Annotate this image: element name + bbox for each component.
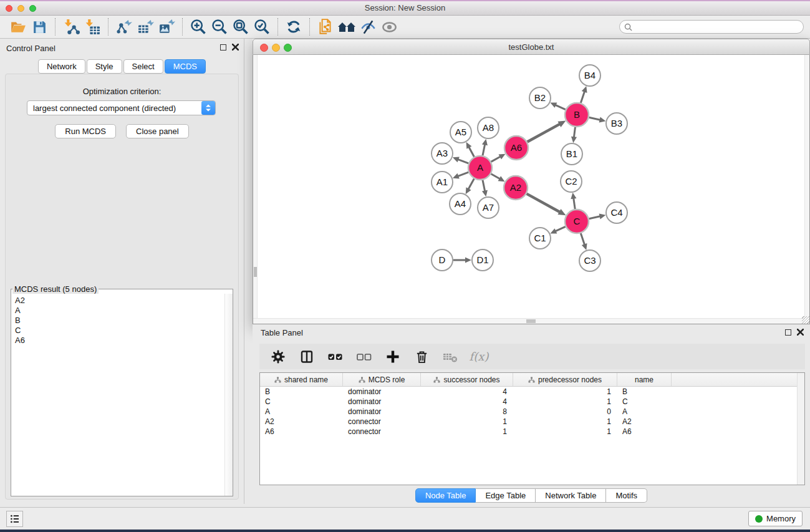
graph-edge-A2-C[interactable] — [527, 194, 561, 213]
network-bottom-scrollbar[interactable] — [253, 318, 804, 324]
result-item[interactable]: C — [15, 326, 220, 336]
network-minimize-button[interactable] — [272, 44, 280, 52]
tab-select[interactable]: Select — [123, 59, 163, 74]
graph-edge-A-A4[interactable] — [468, 179, 475, 190]
tab-network-table[interactable]: Network Table — [536, 488, 606, 503]
tab-node-table[interactable]: Node Table — [415, 488, 476, 503]
close-window-button[interactable] — [6, 5, 12, 12]
zoom-selected-icon[interactable] — [251, 17, 272, 36]
float-table-panel-icon[interactable] — [785, 329, 791, 336]
graph-edge-B-B2[interactable] — [555, 105, 566, 110]
split-columns-icon[interactable] — [296, 347, 318, 366]
delete-table-icon[interactable] — [439, 347, 461, 366]
cell-successor[interactable]: 1 — [421, 417, 513, 426]
cell-mcds_role[interactable]: dominator — [343, 397, 421, 406]
graph-edge-C-C4[interactable] — [589, 216, 601, 219]
cell-name[interactable]: A6 — [617, 427, 672, 436]
network-window-titlebar[interactable]: testGlobe.txt — [253, 39, 810, 55]
graph-edge-B-B4[interactable] — [581, 91, 584, 103]
table-row[interactable]: Adominator80A — [260, 407, 804, 417]
task-history-button[interactable] — [6, 511, 23, 527]
zoom-fit-icon[interactable] — [230, 17, 251, 36]
graph-edge-A-A5[interactable] — [468, 147, 474, 157]
cell-shared_name[interactable]: A — [260, 407, 343, 416]
table-row[interactable]: Cdominator41C — [260, 397, 804, 407]
cell-mcds_role[interactable]: connector — [343, 417, 421, 426]
eye-icon[interactable] — [378, 17, 400, 36]
cell-name[interactable]: C — [617, 397, 672, 406]
graph-edge-A-A3[interactable] — [457, 159, 468, 163]
search-input[interactable] — [635, 22, 799, 31]
graph-edge-A-A1[interactable] — [457, 172, 468, 177]
delete-columns-icon[interactable] — [410, 347, 433, 366]
cell-name[interactable]: A — [617, 407, 672, 416]
graph-edge-A-A6[interactable] — [491, 157, 501, 162]
import-network-icon[interactable] — [60, 17, 82, 36]
cell-successor[interactable]: 8 — [421, 407, 513, 416]
cell-predecessor[interactable]: 1 — [513, 397, 617, 406]
network-view[interactable]: B4B2BB3A8A5A6A3B1AA1C2A2A4A7C4CC1C3DD1 — [253, 55, 810, 324]
tab-style[interactable]: Style — [87, 59, 122, 74]
cell-successor[interactable]: 4 — [421, 387, 513, 396]
graph-edge-A-A2[interactable] — [491, 174, 500, 180]
add-column-icon[interactable] — [382, 347, 404, 366]
cell-successor[interactable]: 4 — [421, 397, 513, 406]
table-row[interactable]: A6connector11A6 — [260, 427, 804, 437]
table-row[interactable]: Bdominator41B — [260, 387, 804, 397]
graph-edge-A-A8[interactable] — [483, 143, 485, 155]
zoom-out-icon[interactable] — [209, 17, 230, 36]
cell-shared_name[interactable]: C — [260, 397, 343, 406]
mcds-result-list[interactable]: A2ABCA6 — [11, 294, 224, 496]
tab-motifs[interactable]: Motifs — [606, 488, 647, 503]
column-header-predecessor-nodes[interactable]: predecessor nodes — [513, 373, 617, 386]
refresh-icon[interactable] — [283, 17, 304, 36]
column-header-successor-nodes[interactable]: successor nodes — [421, 373, 513, 386]
graph-edge-C-C2[interactable] — [574, 198, 576, 209]
zoom-window-button[interactable] — [29, 5, 36, 12]
cell-shared_name[interactable]: B — [260, 387, 343, 396]
result-item[interactable]: A6 — [15, 336, 220, 346]
cell-shared_name[interactable]: A2 — [260, 417, 343, 426]
export-table-icon[interactable] — [135, 17, 156, 36]
select-all-columns-icon[interactable] — [324, 347, 347, 366]
graph-edge-B-B3[interactable] — [589, 117, 601, 120]
settings-icon[interactable] — [267, 347, 289, 366]
table-row[interactable]: A2connector11A2 — [260, 417, 804, 427]
network-graph[interactable]: B4B2BB3A8A5A6A3B1AA1C2A2A4A7C4CC1C3DD1 — [253, 55, 809, 323]
tab-network[interactable]: Network — [38, 59, 85, 74]
result-item[interactable]: A — [15, 306, 220, 316]
criterion-dropdown[interactable]: largest connected component (directed) — [27, 100, 216, 115]
network-resize-grip-icon[interactable] — [802, 316, 809, 324]
cell-successor[interactable]: 1 — [421, 427, 513, 436]
graph-edge-A-A7[interactable] — [483, 180, 485, 192]
cell-predecessor[interactable]: 1 — [513, 417, 617, 426]
cell-mcds_role[interactable]: dominator — [343, 407, 421, 416]
network-close-button[interactable] — [260, 44, 268, 52]
function-builder-icon[interactable]: f(x) — [468, 347, 490, 366]
tab-mcds[interactable]: MCDS — [165, 59, 206, 74]
network-from-file-icon[interactable] — [315, 17, 336, 36]
tab-edge-table[interactable]: Edge Table — [476, 488, 536, 503]
float-panel-icon[interactable] — [220, 44, 226, 51]
close-table-panel-icon[interactable] — [797, 329, 804, 336]
cell-mcds_role[interactable]: connector — [343, 427, 421, 436]
export-network-icon[interactable] — [113, 17, 135, 36]
import-table-icon[interactable] — [82, 17, 103, 36]
run-mcds-button[interactable]: Run MCDS — [55, 124, 116, 138]
unselect-all-columns-icon[interactable] — [353, 347, 375, 366]
cell-name[interactable]: A2 — [617, 417, 672, 426]
graph-edge-A6-B[interactable] — [528, 123, 561, 142]
result-item[interactable]: A2 — [15, 296, 220, 306]
result-scrollbar[interactable] — [224, 294, 233, 496]
home-icon[interactable] — [336, 17, 357, 36]
column-header-name[interactable]: name — [617, 373, 672, 386]
save-session-icon[interactable] — [29, 17, 50, 36]
cell-mcds_role[interactable]: dominator — [343, 387, 421, 396]
network-right-scrollbar[interactable] — [804, 55, 809, 318]
network-left-scrollbar[interactable] — [253, 55, 258, 318]
result-item[interactable]: B — [15, 316, 220, 326]
close-panel-icon[interactable] — [232, 44, 239, 51]
cell-predecessor[interactable]: 1 — [513, 387, 617, 396]
graph-edge-C-C3[interactable] — [581, 233, 584, 245]
graph-edge-B-B1[interactable] — [574, 127, 575, 138]
